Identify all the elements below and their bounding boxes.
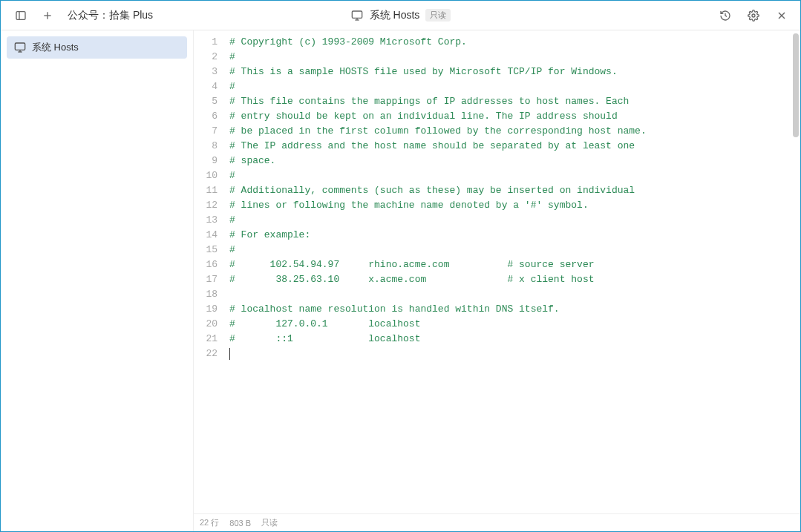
line-number: 22	[194, 347, 218, 361]
line-number: 18	[194, 287, 218, 302]
main: 系统 Hosts 1234567891011121314151617181920…	[1, 30, 800, 531]
line-number: 21	[194, 332, 218, 347]
readonly-badge: 只读	[425, 9, 451, 22]
sidebar-item-system-hosts[interactable]: 系统 Hosts	[7, 36, 187, 59]
code-line[interactable]: # 127.0.0.1 localhost	[229, 317, 800, 332]
line-number: 15	[194, 243, 218, 257]
line-number: 20	[194, 317, 218, 332]
code-line[interactable]	[229, 287, 800, 302]
line-number: 10	[194, 168, 218, 183]
add-icon[interactable]	[41, 9, 54, 22]
editor-area: 12345678910111213141516171819202122 # Co…	[194, 30, 800, 531]
line-number: 5	[194, 94, 218, 109]
line-number: 6	[194, 109, 218, 124]
line-number: 12	[194, 198, 218, 213]
code-line[interactable]: #	[229, 168, 800, 183]
close-icon[interactable]	[775, 9, 788, 22]
code-area[interactable]: 12345678910111213141516171819202122 # Co…	[194, 30, 800, 513]
code-line[interactable]: # 38.25.63.10 x.acme.com # x client host	[229, 272, 800, 287]
code-line[interactable]: #	[229, 50, 800, 65]
code-line[interactable]	[229, 347, 800, 361]
statusbar: 22 行 803 B 只读	[194, 513, 800, 531]
line-number: 8	[194, 139, 218, 154]
code-line[interactable]: # Additionally, comments (such as these)…	[229, 183, 800, 198]
line-number: 14	[194, 228, 218, 243]
app-name: 公众号：拾集 Plus	[68, 9, 153, 22]
gear-icon[interactable]	[747, 9, 760, 22]
line-number: 13	[194, 213, 218, 228]
line-number: 1	[194, 35, 218, 50]
line-number-gutter: 12345678910111213141516171819202122	[194, 30, 223, 513]
line-number: 11	[194, 183, 218, 198]
line-number: 16	[194, 257, 218, 272]
sidebar-item-label: 系统 Hosts	[32, 41, 79, 54]
code-line[interactable]: # be placed in the first column followed…	[229, 124, 800, 139]
code-lines[interactable]: # Copyright (c) 1993-2009 Microsoft Corp…	[223, 30, 800, 513]
line-number: 9	[194, 154, 218, 168]
code-line[interactable]: # localhost name resolution is handled w…	[229, 302, 800, 317]
titlebar: 公众号：拾集 Plus 系统 Hosts 只读	[1, 1, 800, 30]
code-line[interactable]: # Copyright (c) 1993-2009 Microsoft Corp…	[229, 35, 800, 50]
status-size: 803 B	[229, 519, 251, 528]
code-line[interactable]: # lines or following the machine name de…	[229, 198, 800, 213]
sidebar-toggle-icon[interactable]	[14, 9, 27, 22]
code-line[interactable]: # ::1 localhost	[229, 332, 800, 347]
svg-rect-10	[15, 43, 24, 50]
code-line[interactable]: # 102.54.94.97 rhino.acme.com # source s…	[229, 257, 800, 272]
code-line[interactable]: # The IP address and the host name shoul…	[229, 139, 800, 154]
line-number: 2	[194, 50, 218, 65]
code-line[interactable]: # For example:	[229, 228, 800, 243]
titlebar-left: 公众号：拾集 Plus	[1, 9, 194, 22]
line-number: 19	[194, 302, 218, 317]
code-line[interactable]: #	[229, 79, 800, 94]
monitor-icon	[14, 42, 26, 53]
code-line[interactable]: # This file contains the mappings of IP …	[229, 94, 800, 109]
scrollbar-vertical[interactable]	[793, 33, 799, 137]
svg-rect-4	[352, 11, 362, 18]
titlebar-right	[719, 9, 788, 22]
status-lines: 22 行	[200, 517, 219, 528]
line-number: 17	[194, 272, 218, 287]
code-line[interactable]: #	[229, 213, 800, 228]
page-title: 系统 Hosts	[370, 9, 420, 22]
history-icon[interactable]	[719, 9, 732, 22]
line-number: 3	[194, 65, 218, 79]
line-number: 7	[194, 124, 218, 139]
sidebar: 系统 Hosts	[1, 30, 194, 531]
svg-rect-0	[16, 11, 25, 19]
code-line[interactable]: # entry should be kept on an individual …	[229, 109, 800, 124]
status-readonly: 只读	[261, 517, 278, 528]
monitor-icon	[350, 9, 364, 22]
line-number: 4	[194, 79, 218, 94]
code-line[interactable]: #	[229, 243, 800, 257]
code-line[interactable]: # This is a sample HOSTS file used by Mi…	[229, 65, 800, 79]
code-line[interactable]: # space.	[229, 154, 800, 168]
svg-point-7	[752, 14, 755, 17]
